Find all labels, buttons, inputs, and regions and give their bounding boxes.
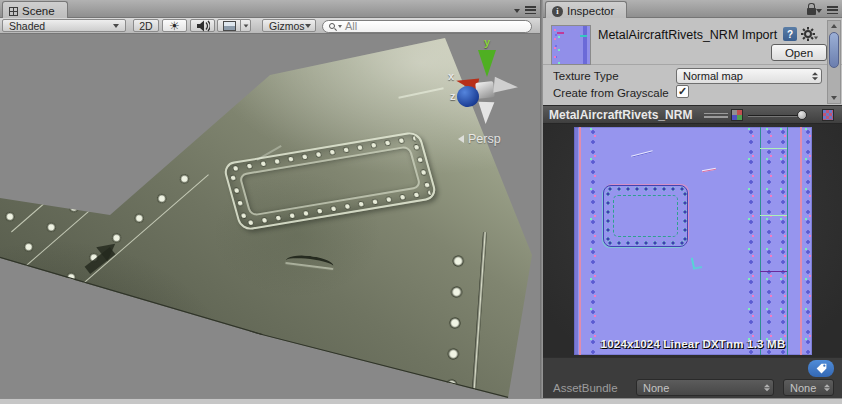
axis-x-label: x <box>448 70 454 82</box>
axis-cone-right[interactable] <box>493 77 519 95</box>
axis-z-ball[interactable] <box>457 86 479 107</box>
seam-line-pink <box>579 127 581 355</box>
preview-footer: AssetBundle None None <box>543 357 842 398</box>
axis-cone-down[interactable] <box>478 102 495 125</box>
check-icon: ✓ <box>678 85 687 97</box>
lock-icon[interactable] <box>807 8 816 15</box>
dropdown-updown-icon <box>764 384 770 392</box>
texture-left-edge <box>574 127 578 355</box>
scene-toolbar: Shaded 2D ☀ Gizmos All <box>0 18 540 34</box>
thumbnail-mark <box>580 35 587 37</box>
scroll-up-button[interactable] <box>828 21 840 31</box>
scene-tab-label: Scene <box>22 5 55 17</box>
sun-icon: ☀ <box>169 19 180 33</box>
texture-thumbnail[interactable] <box>551 25 591 65</box>
assetbundle-label: AssetBundle <box>553 382 618 394</box>
effects-image-icon <box>223 21 236 31</box>
audio-toggle-button[interactable] <box>190 19 215 32</box>
search-value: All <box>345 20 357 32</box>
assetbundle-dropdown[interactable]: None <box>636 379 774 396</box>
thumbnail-edge <box>583 26 587 64</box>
inspector-pane-menu[interactable] <box>816 6 838 15</box>
rivet-dot-row <box>604 191 610 241</box>
preview-header[interactable]: MetalAircraftRivets_NRM <box>543 105 842 124</box>
inspector-panel: i Inspector MetalAircraftRivets_NRM Impo… <box>543 0 842 398</box>
normal-map-preview: 1024x1024 Linear DXTnm 1.3 MB <box>574 127 812 355</box>
gizmos-dropdown[interactable]: Gizmos <box>262 19 316 32</box>
grayscale-checkbox[interactable]: ✓ <box>676 85 689 98</box>
preview-title: MetalAircraftRivets_NRM <box>549 108 701 122</box>
seam-line-purple <box>760 271 787 272</box>
inspector-scrollbar[interactable] <box>827 20 841 104</box>
assetbundle-variant-dropdown[interactable]: None <box>783 379 834 396</box>
2d-toggle-button[interactable]: 2D <box>133 19 159 32</box>
persp-arrow-icon <box>458 135 464 143</box>
seam-line-teal <box>760 127 761 355</box>
axis-y-cone[interactable] <box>478 50 496 77</box>
scene-tabbar: Scene <box>0 0 540 18</box>
assetbundle-value: None <box>643 382 669 394</box>
thumbnail-mark <box>557 32 564 34</box>
scene-pane-menu[interactable] <box>514 6 536 15</box>
texture-preview-area[interactable]: 1024x1024 Linear DXTnm 1.3 MB <box>543 124 842 357</box>
scrollbar-thumb[interactable] <box>829 32 839 68</box>
dropdown-updown-icon <box>812 72 818 80</box>
scratch-mark <box>691 256 702 270</box>
help-icon[interactable]: ? <box>783 27 797 41</box>
seam-line-green <box>760 148 787 149</box>
chevron-down-icon <box>113 24 119 28</box>
dropdown-updown-icon <box>824 384 830 392</box>
access-panel-normal <box>603 185 688 247</box>
axis-gizmo[interactable]: y x z Persp <box>440 34 540 154</box>
seam-line-green <box>760 215 787 216</box>
rivet-dot-column <box>588 127 598 355</box>
search-filter-caret-icon <box>338 25 342 28</box>
inspector-tabbar: i Inspector <box>543 0 842 18</box>
chevron-down-icon <box>814 37 818 40</box>
rgb-channels-icon[interactable] <box>731 109 743 121</box>
texture-type-dropdown[interactable]: Normal map <box>676 68 822 84</box>
asset-label-button[interactable] <box>808 360 834 377</box>
pane-hamburger-icon <box>525 6 536 15</box>
rivet-dot-column <box>778 127 788 355</box>
scene-viewport[interactable]: y x z Persp <box>0 34 540 398</box>
gear-icon <box>801 27 815 41</box>
shading-mode-dropdown[interactable]: Shaded <box>2 19 126 32</box>
scene-search-input[interactable]: All <box>322 20 532 33</box>
tag-icon <box>815 362 828 375</box>
rivet-dot-column <box>803 127 812 355</box>
speaker-icon <box>196 20 210 32</box>
alpha-checker-icon[interactable] <box>822 109 834 121</box>
texture-info-text: 1024x1024 Linear DXTnm 1.3 MB <box>574 338 812 350</box>
asset-header: MetalAircraftRivets_NRM Import ? Open <box>543 18 842 65</box>
pane-dropdown-icon <box>816 9 822 13</box>
tab-inspector[interactable]: i Inspector <box>545 1 627 18</box>
open-button[interactable]: Open <box>771 44 827 61</box>
texture-type-value: Normal map <box>683 70 743 82</box>
shading-mode-label: Shaded <box>9 20 45 32</box>
persp-label: Persp <box>468 132 501 146</box>
axis-y-label: y <box>484 36 490 48</box>
chevron-down-icon <box>243 24 248 27</box>
texture-type-label: Texture Type <box>553 70 619 82</box>
rivet-dot-column <box>764 127 774 355</box>
drag-handle-icon[interactable] <box>704 113 728 118</box>
scene-panel: Scene Shaded 2D ☀ Gizm <box>0 0 540 398</box>
mip-slider-handle[interactable] <box>797 110 807 120</box>
access-panel-inner-normal <box>613 195 678 237</box>
effects-toggle-button[interactable] <box>217 19 241 32</box>
pane-dropdown-icon <box>514 9 520 13</box>
perspective-toggle[interactable]: Persp <box>458 132 501 146</box>
status-strip <box>0 398 842 404</box>
effects-dropdown-button[interactable] <box>240 19 251 32</box>
arrow-up-icon <box>831 24 837 28</box>
gear-menu-button[interactable] <box>801 27 819 41</box>
tab-scene[interactable]: Scene <box>2 1 68 18</box>
grayscale-label: Create from Grayscale <box>553 87 675 99</box>
scroll-down-button[interactable] <box>828 93 840 103</box>
axis-z-label: z <box>450 90 456 102</box>
arrow-down-icon <box>831 96 837 100</box>
assetbundle-variant-value: None <box>790 382 816 394</box>
lighting-toggle-button[interactable]: ☀ <box>162 19 187 32</box>
rivet-dot-column <box>746 127 756 355</box>
